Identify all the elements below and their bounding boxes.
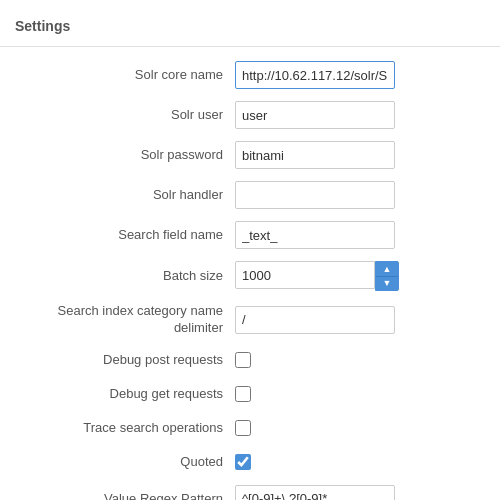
form-row-solr-password: Solr password: [0, 135, 500, 175]
label-regex-pattern: Value Regex Pattern: [15, 490, 235, 500]
label-batch-size: Batch size: [15, 267, 235, 285]
label-solr-core-name: Solr core name: [15, 66, 235, 84]
control-trace-search: [235, 420, 485, 436]
input-solr-handler[interactable]: [235, 181, 395, 209]
form-row-solr-user: Solr user: [0, 95, 500, 135]
label-debug-get: Debug get requests: [15, 385, 235, 403]
form-row-search-index-category: Search index category name delimiter: [0, 297, 500, 343]
checkbox-debug-get[interactable]: [235, 386, 251, 402]
control-debug-get: [235, 386, 485, 402]
control-solr-handler: [235, 181, 485, 209]
form-row-trace-search: Trace search operations: [0, 411, 500, 445]
input-regex-pattern[interactable]: [235, 485, 395, 500]
label-solr-user: Solr user: [15, 106, 235, 124]
control-solr-core-name: [235, 61, 485, 89]
input-batch-size[interactable]: [235, 261, 375, 289]
input-solr-password[interactable]: [235, 141, 395, 169]
form-row-solr-core-name: Solr core name: [0, 55, 500, 95]
input-search-field-name[interactable]: [235, 221, 395, 249]
batch-wrap: ▲ ▼: [235, 261, 399, 291]
control-search-field-name: [235, 221, 485, 249]
control-regex-pattern: [235, 485, 485, 500]
label-search-index-category: Search index category name delimiter: [15, 303, 235, 337]
label-trace-search: Trace search operations: [15, 419, 235, 437]
label-solr-password: Solr password: [15, 146, 235, 164]
spinner-up-button[interactable]: ▲: [376, 262, 398, 276]
form-row-solr-handler: Solr handler: [0, 175, 500, 215]
control-quoted: [235, 454, 485, 470]
spinner-buttons: ▲ ▼: [375, 261, 399, 291]
form-row-quoted: Quoted: [0, 445, 500, 479]
checkbox-quoted[interactable]: [235, 454, 251, 470]
control-batch-size: ▲ ▼: [235, 261, 485, 291]
label-debug-post: Debug post requests: [15, 351, 235, 369]
checkbox-trace-search[interactable]: [235, 420, 251, 436]
label-quoted: Quoted: [15, 453, 235, 471]
form-row-search-field-name: Search field name: [0, 215, 500, 255]
label-search-field-name: Search field name: [15, 226, 235, 244]
input-search-index-category[interactable]: [235, 306, 395, 334]
checkbox-debug-post[interactable]: [235, 352, 251, 368]
panel-title: Settings: [0, 10, 500, 47]
label-solr-handler: Solr handler: [15, 186, 235, 204]
settings-panel: Settings Solr core name Solr user Solr p…: [0, 0, 500, 500]
form-row-debug-get: Debug get requests: [0, 377, 500, 411]
control-debug-post: [235, 352, 485, 368]
spinner-down-button[interactable]: ▼: [376, 276, 398, 290]
input-solr-core-name[interactable]: [235, 61, 395, 89]
form-row-batch-size: Batch size ▲ ▼: [0, 255, 500, 297]
form-row-debug-post: Debug post requests: [0, 343, 500, 377]
control-search-index-category: [235, 306, 485, 334]
input-solr-user[interactable]: [235, 101, 395, 129]
control-solr-user: [235, 101, 485, 129]
form-row-regex-pattern: Value Regex Pattern: [0, 479, 500, 500]
control-solr-password: [235, 141, 485, 169]
